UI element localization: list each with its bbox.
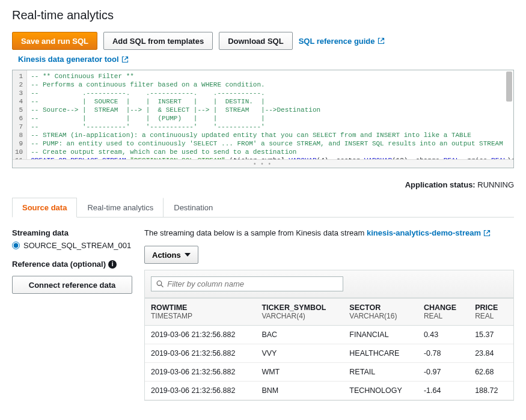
- column-header[interactable]: TICKER_SYMBOLVARCHAR(4): [255, 299, 343, 326]
- desc-text: The streaming data below is a sample fro…: [144, 228, 367, 237]
- table-cell: WMT: [255, 363, 343, 382]
- info-icon[interactable]: i: [108, 260, 117, 269]
- external-link-icon: [121, 56, 129, 63]
- table-cell: PartitionKey: [509, 382, 513, 400]
- data-table: ROWTIMETIMESTAMPTICKER_SYMBOLVARCHAR(4)S…: [145, 298, 513, 400]
- table-cell: TECHNOLOGY: [343, 382, 418, 400]
- filter-input[interactable]: [167, 279, 338, 288]
- table-cell: 2019-03-06 21:32:56.882: [145, 326, 255, 344]
- reference-data-heading: Reference data (optional) i: [12, 260, 132, 269]
- tab-destination[interactable]: Destination: [164, 198, 223, 217]
- table-cell: 62.68: [469, 363, 509, 382]
- streaming-source-label: SOURCE_SQL_STREAM_001: [23, 241, 131, 250]
- sql-reference-link[interactable]: SQL reference guide: [299, 37, 385, 46]
- actions-label: Actions: [152, 251, 181, 260]
- connect-reference-data-button[interactable]: Connect reference data: [12, 276, 132, 294]
- add-sql-templates-button[interactable]: Add SQL from templates: [103, 32, 213, 50]
- streaming-source-radio-input[interactable]: [12, 242, 20, 249]
- filter-box[interactable]: [151, 276, 343, 291]
- table-row[interactable]: 2019-03-06 21:32:56.882BNMTECHNOLOGY-1.6…: [145, 382, 513, 400]
- table-cell: BNM: [255, 382, 343, 400]
- table-cell: 188.72: [469, 382, 509, 400]
- table-cell: 2019-03-06 21:32:56.882: [145, 363, 255, 382]
- column-header[interactable]: CHANGEREAL: [418, 299, 469, 326]
- tab-real-time-analytics[interactable]: Real-time analytics: [77, 198, 164, 217]
- download-sql-button[interactable]: Download SQL: [219, 32, 292, 50]
- external-link-icon: [378, 37, 385, 44]
- stream-description: The streaming data below is a sample fro…: [144, 228, 514, 237]
- table-row[interactable]: 2019-03-06 21:32:56.882BACFINANCIAL0.431…: [145, 326, 513, 344]
- streaming-data-heading: Streaming data: [12, 228, 132, 237]
- sql-editor[interactable]: 12345678910111213 -- ** Continuous Filte…: [12, 70, 514, 168]
- stream-link-text: kinesis-analytics-demo-stream: [367, 228, 481, 237]
- stream-name-link[interactable]: kinesis-analytics-demo-stream: [367, 228, 491, 237]
- editor-resize-grip[interactable]: • • •: [13, 159, 513, 168]
- table-cell: 0.43: [418, 326, 469, 344]
- table-cell: 2019-03-06 21:32:56.882: [145, 344, 255, 363]
- table-cell: BAC: [255, 326, 343, 344]
- table-cell: VVY: [255, 344, 343, 363]
- tab-source-data[interactable]: Source data: [12, 198, 77, 218]
- table-cell: PartitionKey: [509, 363, 513, 382]
- table-cell: -1.64: [418, 382, 469, 400]
- application-status: Application status: RUNNING: [12, 180, 514, 189]
- search-icon: [156, 280, 164, 288]
- table-cell: 2019-03-06 21:32:56.882: [145, 382, 255, 400]
- table-cell: PartitionKey: [509, 344, 513, 363]
- table-cell: HEALTHCARE: [343, 344, 418, 363]
- kinesis-data-generator-link[interactable]: Kinesis data generator tool: [18, 55, 129, 64]
- status-label: Application status:: [405, 180, 476, 189]
- table-cell: -0.97: [418, 363, 469, 382]
- table-cell: RETAIL: [343, 363, 418, 382]
- chevron-down-icon: [185, 253, 191, 257]
- svg-line-1: [161, 285, 163, 287]
- column-header[interactable]: PRICEREAL: [469, 299, 509, 326]
- link-label: Kinesis data generator tool: [18, 55, 119, 64]
- column-header[interactable]: PARTITION_KEYVARCHAR(512): [509, 299, 513, 326]
- data-table-panel: ROWTIMETIMESTAMPTICKER_SYMBOLVARCHAR(4)S…: [144, 270, 514, 401]
- tabs: Source dataReal-time analyticsDestinatio…: [12, 198, 514, 218]
- svg-point-0: [157, 281, 162, 286]
- table-cell: 23.84: [469, 344, 509, 363]
- table-cell: -0.78: [418, 344, 469, 363]
- save-run-sql-button[interactable]: Save and run SQL: [12, 32, 97, 50]
- actions-dropdown[interactable]: Actions: [144, 246, 198, 264]
- reference-heading-text: Reference data (optional): [12, 260, 106, 269]
- column-header[interactable]: ROWTIMETIMESTAMP: [145, 299, 255, 326]
- status-value: RUNNING: [477, 180, 514, 189]
- editor-code[interactable]: -- ** Continuous Filter **-- Performs a …: [27, 70, 513, 159]
- table-cell: 15.37: [469, 326, 509, 344]
- toolbar: Save and run SQL Add SQL from templates …: [12, 32, 514, 50]
- table-row[interactable]: 2019-03-06 21:32:56.882VVYHEALTHCARE-0.7…: [145, 344, 513, 363]
- streaming-source-radio[interactable]: SOURCE_SQL_STREAM_001: [12, 241, 132, 250]
- table-cell: PartitionKey: [509, 326, 513, 344]
- page-title: Real-time analytics: [12, 8, 514, 22]
- editor-gutter: 12345678910111213: [13, 70, 27, 159]
- link-label: SQL reference guide: [299, 37, 375, 46]
- column-header[interactable]: SECTORVARCHAR(16): [343, 299, 418, 326]
- external-link-icon: [483, 230, 491, 237]
- table-cell: FINANCIAL: [343, 326, 418, 344]
- table-row[interactable]: 2019-03-06 21:32:56.882WMTRETAIL-0.9762.…: [145, 363, 513, 382]
- editor-scrollbar[interactable]: [506, 72, 512, 102]
